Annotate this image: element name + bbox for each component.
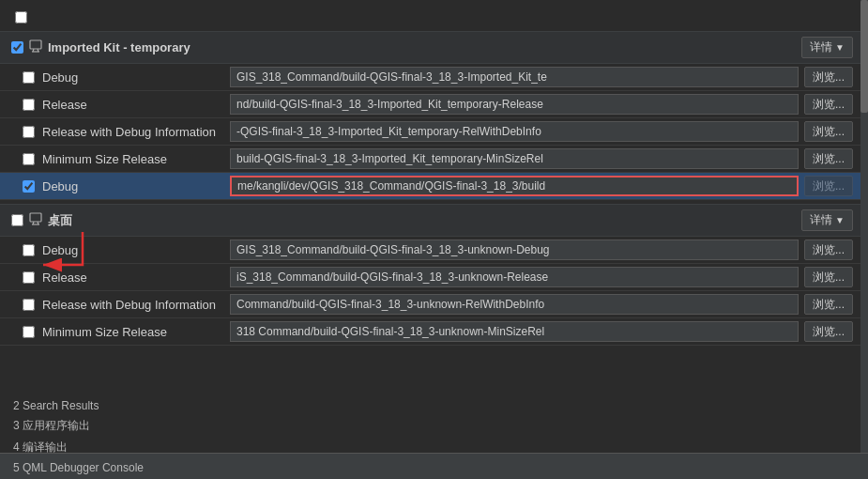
row-label-dt-minsizerel: Minimum Size Release: [42, 325, 230, 339]
row-checkbox-ikt-debug[interactable]: [23, 71, 35, 84]
browse-btn-ikt-relwithdeb[interactable]: 浏览...: [804, 121, 853, 142]
kit-header-desktop: 桌面详情 ▼: [0, 204, 868, 237]
detail-btn-imported-kit-temporary[interactable]: 详情 ▼: [801, 37, 853, 58]
row-label-ikt-debug: Debug: [42, 70, 230, 85]
kit-row-ikt-minsizerel: Minimum Size Releasebuild-QGIS-final-3_1…: [0, 146, 868, 173]
main-content: Imported Kit - temporary详情 ▼DebugGIS_318…: [0, 0, 868, 479]
row-checkbox-ikt-relwithdeb[interactable]: [23, 126, 35, 138]
row-label-ikt-release: Release: [42, 98, 230, 112]
row-label-dt-release: Release: [42, 270, 230, 285]
row-checkbox-dt-debug[interactable]: [23, 244, 35, 256]
browse-btn-dt-release[interactable]: 浏览...: [804, 267, 853, 287]
select-all-checkbox[interactable]: [15, 11, 27, 23]
select-all-row: [0, 8, 868, 31]
svg-rect-4: [30, 213, 41, 222]
kit-row-ikt-debug2: Debugme/kangli/dev/QGIS_318_Command/QGIS…: [0, 173, 868, 200]
row-path-ikt-debug[interactable]: GIS_318_Command/build-QGIS-final-3_18_3-…: [230, 67, 799, 87]
row-path-dt-debug[interactable]: GIS_318_Command/build-QGIS-final-3_18_3-…: [230, 240, 799, 260]
row-checkbox-dt-minsizerel[interactable]: [23, 326, 35, 338]
kit-checkbox-imported-kit-temporary[interactable]: [11, 41, 23, 54]
browse-btn-dt-relwithdeb[interactable]: 浏览...: [804, 294, 853, 315]
row-path-ikt-relwithdeb[interactable]: -QGIS-final-3_18_3-Imported_Kit_temporar…: [230, 121, 799, 142]
browse-btn-dt-debug[interactable]: 浏览...: [804, 240, 853, 260]
scrollbar-thumb[interactable]: [860, 0, 868, 113]
scroll-area: Imported Kit - temporary详情 ▼DebugGIS_318…: [0, 0, 868, 453]
browse-btn-dt-minsizerel[interactable]: 浏览...: [804, 321, 853, 342]
row-checkbox-dt-relwithdeb[interactable]: [23, 299, 35, 311]
kit-row-dt-relwithdeb: Release with Debug InformationCommand/bu…: [0, 291, 868, 318]
row-label-ikt-debug2: Debug: [42, 179, 230, 193]
kit-header-left-imported-kit-temporary: Imported Kit - temporary: [11, 39, 190, 55]
row-label-dt-debug: Debug: [42, 243, 230, 257]
row-label-ikt-minsizerel: Minimum Size Release: [42, 152, 230, 166]
tab-qml[interactable]: 5 QML Debugger Console: [6, 458, 151, 477]
row-path-ikt-minsizerel[interactable]: build-QGIS-final-3_18_3-Imported_Kit_tem…: [230, 148, 799, 169]
kit-name-desktop: 桌面: [48, 212, 72, 229]
browse-btn-ikt-release[interactable]: 浏览...: [804, 94, 853, 115]
kit-row-dt-release: ReleaseiS_318_Command/build-QGIS-final-3…: [0, 264, 868, 291]
bottom-right: [851, 465, 862, 469]
kit-row-ikt-relwithdeb: Release with Debug Information-QGIS-fina…: [0, 118, 868, 146]
row-checkbox-ikt-minsizerel[interactable]: [23, 153, 35, 165]
row-path-dt-minsizerel[interactable]: 318 Command/build-QGIS-final-3_18_3-unkn…: [230, 321, 799, 342]
row-path-dt-release[interactable]: iS_318_Command/build-QGIS-final-3_18_3-u…: [230, 267, 799, 287]
detail-btn-desktop[interactable]: 详情 ▼: [801, 209, 853, 231]
monitor-icon-imported-kit-temporary: [29, 39, 42, 55]
kit-row-ikt-release: Releasend/build-QGIS-final-3_18_3-Import…: [0, 91, 868, 118]
svg-rect-0: [30, 40, 41, 49]
kit-checkbox-desktop[interactable]: [11, 214, 23, 226]
kit-header-left-desktop: 桌面: [11, 212, 72, 229]
kit-group-imported-kit-temporary: Imported Kit - temporary详情 ▼DebugGIS_318…: [0, 31, 868, 200]
row-checkbox-dt-release[interactable]: [23, 271, 35, 284]
row-path-ikt-release[interactable]: nd/build-QGIS-final-3_18_3-Imported_Kit_…: [230, 94, 799, 115]
kit-group-desktop: 桌面详情 ▼DebugGIS_318_Command/build-QGIS-fi…: [0, 204, 868, 346]
bottom-bar: 2 Search Results3 应用程序输出4 编译输出5 QML Debu…: [0, 453, 868, 479]
row-checkbox-ikt-debug2[interactable]: [23, 180, 35, 193]
kit-row-dt-minsizerel: Minimum Size Release318 Command/build-QG…: [0, 318, 868, 346]
row-label-dt-relwithdeb: Release with Debug Information: [42, 298, 230, 312]
kit-row-dt-debug: DebugGIS_318_Command/build-QGIS-final-3_…: [0, 237, 868, 264]
kit-header-imported-kit-temporary: Imported Kit - temporary详情 ▼: [0, 31, 868, 64]
row-checkbox-ikt-release[interactable]: [23, 99, 35, 111]
groups-container: Imported Kit - temporary详情 ▼DebugGIS_318…: [0, 31, 868, 346]
kit-name-imported-kit-temporary: Imported Kit - temporary: [48, 40, 190, 54]
bottom-minimize-btn[interactable]: [851, 465, 862, 469]
kit-row-ikt-debug: DebugGIS_318_Command/build-QGIS-final-3_…: [0, 64, 868, 91]
row-label-ikt-relwithdeb: Release with Debug Information: [42, 125, 230, 139]
scrollbar-track[interactable]: [860, 0, 868, 453]
browse-btn-ikt-debug[interactable]: 浏览...: [804, 67, 853, 87]
row-path-ikt-debug2[interactable]: me/kangli/dev/QGIS_318_Command/QGIS-fina…: [230, 176, 799, 196]
browse-btn-ikt-debug2[interactable]: 浏览...: [804, 176, 853, 196]
monitor-icon-desktop: [29, 212, 42, 228]
browse-btn-ikt-minsizerel[interactable]: 浏览...: [804, 148, 853, 169]
row-path-dt-relwithdeb[interactable]: Command/build-QGIS-final-3_18_3-unknown-…: [230, 294, 799, 315]
